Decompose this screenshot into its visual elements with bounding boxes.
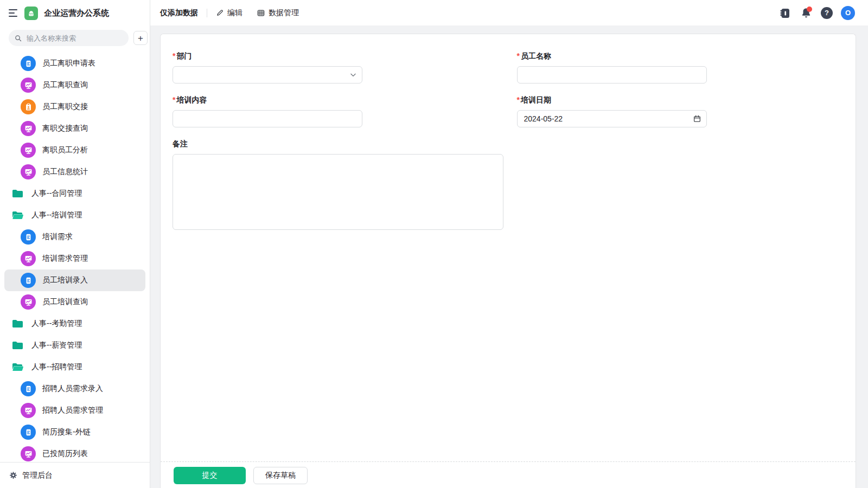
sidebar-item-label: 员工离职交接 <box>42 102 88 112</box>
sidebar-item-label: 人事--考勤管理 <box>31 319 82 329</box>
sidebar-item-label: 员工信息统计 <box>42 167 88 177</box>
sidebar-item[interactable]: 已投简历列表 <box>4 443 145 462</box>
add-button[interactable]: + <box>133 31 148 45</box>
sidebar-item-label: 培训需求 <box>42 232 73 242</box>
app-title: 企业运营办公系统 <box>44 8 109 18</box>
folder-open-icon <box>11 209 24 222</box>
sidebar-item[interactable]: 员工离职申请表 <box>4 53 145 74</box>
content-area: *部门 *员工名称 *培训内容 <box>150 25 868 488</box>
sidebar-item-label: 人事--合同管理 <box>31 189 82 198</box>
gear-icon <box>9 471 18 480</box>
required-asterisk: * <box>517 52 520 60</box>
sidebar-item-label: 员工培训查询 <box>42 297 88 307</box>
required-asterisk: * <box>173 95 175 104</box>
field-label: *部门 <box>173 50 500 61</box>
mode-tab[interactable]: 仅添加数据 <box>160 8 198 18</box>
bell-icon[interactable] <box>800 7 813 20</box>
remark-textarea[interactable] <box>173 154 503 230</box>
field-label: 备注 <box>173 138 844 149</box>
sidebar-item[interactable]: 人事--考勤管理 <box>4 313 145 335</box>
sidebar-menu: 员工离职申请表员工离职查询员工离职交接离职交接查询离职员工分析员工信息统计人事-… <box>0 52 150 462</box>
folder-icon <box>11 187 24 200</box>
submit-button[interactable]: 提交 <box>174 467 246 484</box>
sidebar-item-label: 招聘人员需求录入 <box>42 384 103 394</box>
training-date-input[interactable] <box>517 110 707 127</box>
pencil-icon <box>216 9 224 17</box>
department-select[interactable] <box>173 66 362 84</box>
sidebar-item-label: 培训需求管理 <box>42 254 88 264</box>
edit-label: 编辑 <box>227 8 242 18</box>
sidebar-item-label: 招聘人员需求管理 <box>42 406 103 415</box>
help-icon[interactable]: ? <box>821 7 833 19</box>
sidebar-item[interactable]: 培训需求管理 <box>4 248 145 269</box>
field-label: *培训日期 <box>517 94 844 105</box>
sidebar-item-label: 已投简历列表 <box>42 449 88 459</box>
folder-open-icon <box>11 361 24 374</box>
sidebar-header: 企业运营办公系统 <box>0 0 150 26</box>
topbar-right: ? O <box>778 6 855 20</box>
doc-icon <box>21 229 36 245</box>
changelog-icon[interactable] <box>778 7 792 20</box>
sidebar-item-label: 人事--培训管理 <box>31 210 82 220</box>
table-icon <box>257 9 265 17</box>
sidebar-item[interactable]: 人事--招聘管理 <box>4 356 145 378</box>
sidebar-item[interactable]: 人事--培训管理 <box>4 204 145 226</box>
field-label: *员工名称 <box>517 50 844 61</box>
sidebar-item[interactable]: 员工信息统计 <box>4 161 145 183</box>
sidebar-item-label: 员工培训录入 <box>42 275 88 285</box>
field-training-content: *培训内容 <box>173 94 500 127</box>
sidebar-item[interactable]: 人事--合同管理 <box>4 183 145 204</box>
avatar[interactable]: O <box>841 6 855 20</box>
field-employee-name: *员工名称 <box>517 50 844 84</box>
field-training-date: *培训日期 <box>517 94 844 127</box>
admin-backend-label: 管理后台 <box>22 471 53 480</box>
monitor-chart-icon <box>21 251 36 266</box>
sidebar-item-label: 人事--招聘管理 <box>31 362 82 372</box>
calendar-icon <box>693 114 701 123</box>
sidebar-item[interactable]: 招聘人员需求管理 <box>4 400 145 421</box>
form-card: *部门 *员工名称 *培训内容 <box>160 34 856 488</box>
sidebar-item[interactable]: 简历搜集-外链 <box>4 421 145 443</box>
sidebar-item-label: 离职交接查询 <box>42 124 88 133</box>
edit-button[interactable]: 编辑 <box>216 8 242 18</box>
field-remark: 备注 <box>173 138 844 232</box>
sidebar-item-label: 离职员工分析 <box>42 145 88 155</box>
collapse-sidebar-icon[interactable] <box>9 9 18 17</box>
employee-name-input[interactable] <box>517 66 707 84</box>
sidebar-item[interactable]: 员工离职交接 <box>4 96 145 118</box>
notification-badge <box>807 7 812 12</box>
sidebar-item[interactable]: 招聘人员需求录入 <box>4 378 145 400</box>
sidebar-item[interactable]: 离职员工分析 <box>4 139 145 161</box>
field-label: *培训内容 <box>173 94 500 105</box>
sidebar-item-label: 员工离职查询 <box>42 80 88 90</box>
search-box[interactable] <box>9 30 129 46</box>
data-manage-button[interactable]: 数据管理 <box>257 8 299 18</box>
search-input[interactable] <box>25 34 123 43</box>
save-draft-button[interactable]: 保存草稿 <box>253 467 308 484</box>
sidebar-item[interactable]: 员工培训查询 <box>4 291 145 313</box>
folder-icon <box>11 317 24 330</box>
main-area: 仅添加数据 编辑 数据管理 <box>150 0 868 488</box>
admin-backend-button[interactable]: 管理后台 <box>0 462 150 488</box>
doc-icon <box>21 381 36 396</box>
search-icon <box>14 34 22 42</box>
chevron-down-icon <box>349 71 357 79</box>
sidebar-item[interactable]: 离职交接查询 <box>4 118 145 139</box>
monitor-chart-icon <box>21 294 36 310</box>
sidebar-item[interactable]: 人事--薪资管理 <box>4 335 145 356</box>
monitor-chart-icon <box>21 403 36 418</box>
sidebar-item[interactable]: 员工培训录入 <box>4 269 145 291</box>
sidebar-item[interactable]: 员工离职查询 <box>4 74 145 96</box>
required-asterisk: * <box>173 52 175 60</box>
sidebar: 企业运营办公系统 + 员工离职申请表员工离职查询员工离职交接离职交接查询离职员工… <box>0 0 150 488</box>
data-manage-label: 数据管理 <box>269 8 299 18</box>
field-department: *部门 <box>173 50 500 84</box>
doc-icon <box>21 273 36 288</box>
app-logo-icon <box>24 7 38 20</box>
training-content-input[interactable] <box>173 110 362 127</box>
sidebar-item[interactable]: 培训需求 <box>4 226 145 248</box>
monitor-chart-icon <box>21 164 36 179</box>
sidebar-item-label: 简历搜集-外链 <box>42 427 91 437</box>
doc-icon <box>21 425 36 440</box>
monitor-chart-icon <box>21 446 36 461</box>
